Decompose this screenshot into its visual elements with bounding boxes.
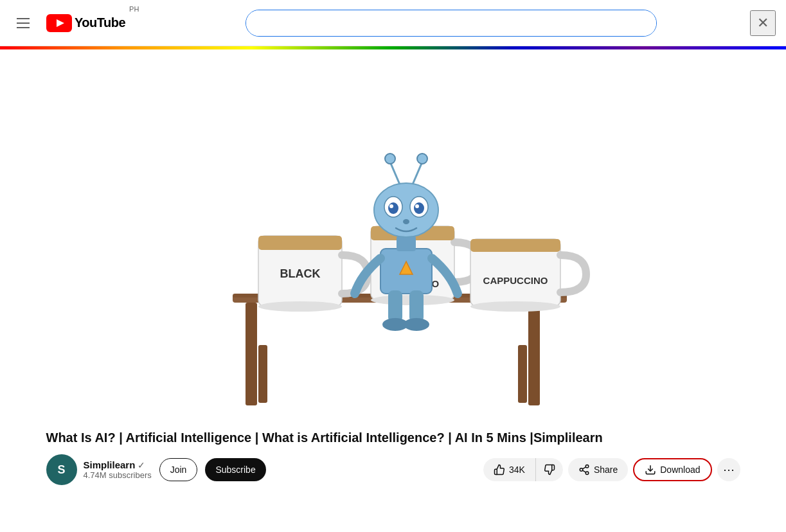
join-button[interactable]: Join	[159, 458, 198, 481]
svg-line-44	[582, 467, 585, 469]
channel-name[interactable]: Simplilearn	[84, 459, 136, 470]
like-count: 34K	[509, 465, 525, 475]
svg-point-31	[403, 219, 409, 224]
share-label: Share	[594, 465, 618, 475]
svg-rect-5	[258, 345, 267, 403]
robot-illustration: BLACK EXPRESSO CAPPUCCINO	[181, 62, 605, 422]
dislike-button[interactable]	[536, 458, 563, 481]
svg-line-43	[582, 470, 585, 472]
youtube-logo[interactable]: YouTube PH	[46, 14, 139, 32]
svg-rect-36	[388, 290, 402, 323]
svg-point-18	[470, 301, 560, 312]
svg-point-42	[585, 472, 589, 475]
video-thumbnail: BLACK EXPRESSO CAPPUCCINO	[104, 56, 683, 429]
channel-name-row: Simplilearn ✓	[84, 459, 152, 470]
more-options-button[interactable]: ⋯	[717, 458, 740, 481]
video-meta-row: S Simplilearn ✓ 4.74M subscribers Join S…	[46, 454, 740, 485]
svg-point-39	[404, 318, 429, 331]
svg-line-32	[390, 162, 400, 184]
svg-point-41	[580, 468, 583, 472]
youtube-logo-icon	[46, 14, 72, 32]
youtube-wordmark: YouTube	[75, 15, 125, 30]
header: YouTube PH ✕	[0, 0, 786, 46]
verified-icon: ✓	[138, 460, 145, 470]
video-title: What Is AI? | Artificial Intelligence | …	[46, 429, 740, 447]
download-icon	[645, 464, 656, 475]
svg-point-28	[414, 202, 424, 214]
svg-point-29	[389, 204, 393, 208]
download-button[interactable]: Download	[633, 458, 711, 481]
channel-info: S Simplilearn ✓ 4.74M subscribers	[46, 454, 152, 485]
channel-avatar[interactable]: S	[46, 454, 77, 485]
thumbs-down-icon	[544, 464, 555, 475]
country-code: PH	[129, 5, 139, 13]
svg-point-9	[258, 301, 342, 312]
svg-point-40	[585, 465, 589, 468]
svg-text:BLACK: BLACK	[280, 267, 320, 280]
svg-rect-37	[409, 290, 424, 323]
svg-point-24	[374, 183, 438, 237]
main-content: BLACK EXPRESSO CAPPUCCINO	[0, 49, 786, 532]
thumbs-up-icon	[494, 464, 505, 475]
more-dots-icon: ⋯	[723, 463, 735, 477]
subscribe-button[interactable]: Subscribe	[205, 458, 265, 481]
svg-rect-23	[397, 236, 416, 251]
channel-subscribers: 4.74M subscribers	[84, 470, 152, 480]
menu-button[interactable]	[10, 10, 36, 36]
svg-rect-6	[518, 345, 527, 403]
share-button[interactable]: Share	[568, 458, 628, 481]
svg-rect-10	[258, 236, 342, 250]
header-right: ✕	[750, 10, 776, 36]
actions-area: 34K	[483, 458, 740, 481]
avatar-initials: S	[57, 463, 65, 477]
share-icon	[578, 464, 590, 475]
svg-point-35	[417, 154, 427, 164]
search-close-button[interactable]: ✕	[750, 10, 776, 36]
download-label: Download	[660, 465, 700, 475]
svg-point-30	[415, 204, 419, 208]
like-dislike-group: 34K	[483, 458, 563, 481]
video-info: What Is AI? | Artificial Intelligence | …	[21, 429, 766, 485]
svg-rect-4	[528, 303, 540, 405]
channel-details: Simplilearn ✓ 4.74M subscribers	[84, 459, 152, 480]
svg-point-33	[385, 154, 395, 164]
svg-point-27	[388, 202, 398, 214]
like-button[interactable]: 34K	[483, 458, 536, 481]
svg-line-34	[413, 162, 422, 184]
svg-text:CAPPUCCINO: CAPPUCCINO	[483, 275, 548, 286]
search-input[interactable]	[246, 10, 656, 37]
svg-rect-3	[246, 303, 257, 405]
svg-rect-19	[470, 239, 560, 252]
